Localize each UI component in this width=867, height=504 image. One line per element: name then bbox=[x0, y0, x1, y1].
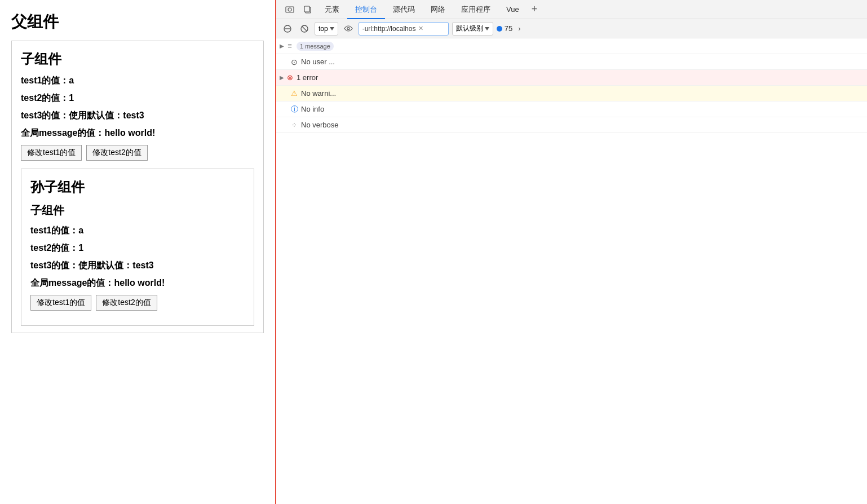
child-message: 全局message的值：hello world! bbox=[21, 127, 254, 139]
no-info-text: No info bbox=[301, 105, 324, 113]
log-level-label: 默认级别 bbox=[456, 24, 483, 33]
url-filter-bar[interactable]: -url:http://localhos ✕ bbox=[359, 22, 449, 36]
copy-icon[interactable] bbox=[299, 5, 317, 14]
svg-rect-3 bbox=[304, 6, 309, 12]
tab-vue[interactable]: Vue bbox=[498, 0, 527, 19]
no-verbose-text: No verbose bbox=[301, 121, 338, 129]
child-test3: test3的值：使用默认值：test3 bbox=[21, 110, 254, 122]
more-options-chevron[interactable]: › bbox=[516, 24, 523, 33]
svg-line-7 bbox=[302, 26, 307, 31]
devtools-panel: 元素 控制台 源代码 网络 应用程序 Vue + top bbox=[276, 0, 867, 504]
eye-icon[interactable] bbox=[342, 22, 355, 36]
user-circle-icon: ⊙ bbox=[290, 58, 299, 67]
child-button-row: 修改test1的值 修改test2的值 bbox=[21, 145, 254, 161]
devtools-toolbar: top -url:http://localhos ✕ 默认级别 75 › bbox=[276, 19, 867, 38]
grandchild-box: 孙子组件 子组件 test1的值：a test2的值：1 test3的值：使用默… bbox=[21, 169, 254, 326]
app-panel: 父组件 子组件 test1的值：a test2的值：1 test3的值：使用默认… bbox=[0, 0, 276, 504]
tab-sources[interactable]: 源代码 bbox=[385, 0, 423, 19]
grandchild-btn1[interactable]: 修改test1的值 bbox=[30, 295, 91, 311]
child-test1: test1的值：a bbox=[21, 75, 254, 87]
console-area: ▶ ≡ 1 message ⊙ No user ... ▶ ⊗ 1 error … bbox=[276, 38, 867, 504]
badge-number: 75 bbox=[505, 24, 512, 33]
context-label: top bbox=[319, 25, 328, 33]
add-tab-button[interactable]: + bbox=[527, 3, 542, 15]
log-level-selector[interactable]: 默认级别 bbox=[452, 22, 493, 36]
svg-point-8 bbox=[347, 28, 350, 30]
url-filter-text: -url:http://localhos bbox=[362, 25, 416, 33]
url-filter-close[interactable]: ✕ bbox=[418, 25, 423, 32]
message-toggle-arrow[interactable]: ▶ bbox=[280, 43, 284, 49]
no-warning-text: No warni... bbox=[301, 89, 336, 98]
no-user-text: No user ... bbox=[301, 58, 335, 66]
child-btn2[interactable]: 修改test2的值 bbox=[86, 145, 147, 161]
grandchild-sub-title: 子组件 bbox=[30, 203, 245, 218]
error-circle-icon: ⊗ bbox=[285, 73, 294, 82]
log-row-warning[interactable]: ⚠ No warni... bbox=[276, 86, 867, 101]
grandchild-test1: test1的值：a bbox=[30, 225, 245, 237]
grandchild-test3: test3的值：使用默认值：test3 bbox=[30, 260, 245, 272]
log-row-error[interactable]: ▶ ⊗ 1 error bbox=[276, 70, 867, 86]
grandchild-message: 全局message的值：hello world! bbox=[30, 277, 245, 289]
child-section-title: 子组件 bbox=[21, 50, 254, 68]
grandchild-test2: test2的值：1 bbox=[30, 242, 245, 254]
svg-point-1 bbox=[288, 8, 291, 11]
error-text: 1 error bbox=[297, 73, 318, 82]
log-row-info[interactable]: ⓘ No info bbox=[276, 101, 867, 117]
log-row-verbose[interactable]: ⁘ No verbose bbox=[276, 117, 867, 133]
tab-network[interactable]: 网络 bbox=[423, 0, 453, 19]
grandchild-btn2[interactable]: 修改test2的值 bbox=[96, 295, 157, 311]
block-button[interactable] bbox=[298, 22, 311, 36]
warning-triangle-icon: ⚠ bbox=[290, 89, 299, 98]
tab-application[interactable]: 应用程序 bbox=[453, 0, 498, 19]
devtools-tab-bar: 元素 控制台 源代码 网络 应用程序 Vue + bbox=[276, 0, 867, 19]
message-count-badge: 1 message bbox=[297, 42, 334, 51]
screenshot-icon[interactable] bbox=[281, 5, 299, 14]
tab-console[interactable]: 控制台 bbox=[347, 0, 385, 19]
parent-title: 父组件 bbox=[11, 11, 264, 33]
verbose-icon: ⁘ bbox=[290, 121, 299, 130]
badge-dot bbox=[497, 26, 502, 32]
grandchild-button-row: 修改test1的值 修改test2的值 bbox=[30, 295, 245, 311]
child-btn1[interactable]: 修改test1的值 bbox=[21, 145, 82, 161]
grandchild-section-title: 孙子组件 bbox=[30, 178, 245, 196]
error-toggle-arrow[interactable]: ▶ bbox=[280, 74, 284, 81]
log-row-user[interactable]: ⊙ No user ... bbox=[276, 54, 867, 70]
context-selector[interactable]: top bbox=[315, 22, 338, 36]
child-box: 子组件 test1的值：a test2的值：1 test3的值：使用默认值：te… bbox=[11, 41, 264, 333]
log-row-message[interactable]: ▶ ≡ 1 message bbox=[276, 38, 867, 54]
info-circle-icon: ⓘ bbox=[290, 105, 299, 114]
badge-count: 75 bbox=[497, 24, 512, 33]
clear-console-button[interactable] bbox=[281, 22, 294, 36]
tab-elements[interactable]: 元素 bbox=[317, 0, 347, 19]
list-icon: ≡ bbox=[285, 42, 294, 51]
child-test2: test2的值：1 bbox=[21, 92, 254, 104]
